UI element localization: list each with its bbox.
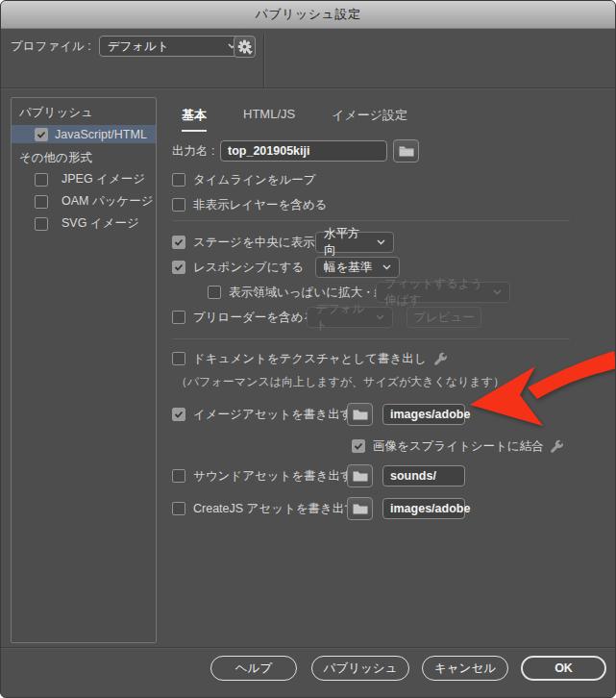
footer-divider <box>1 647 615 649</box>
basic-settings-pane: 基本 HTML/JS イメージ設定 出力名 : top_201905kiji タ… <box>172 97 605 643</box>
center-stage-row: ステージを中央に表示 水平方向 <box>172 232 605 253</box>
hidden-layers-label: 非表示レイヤーを含める <box>193 197 327 213</box>
preloader-label: プリローダーを含める <box>193 310 315 326</box>
createjs-assets-path-value: images/adobe <box>390 502 470 515</box>
image-assets-folder-button[interactable] <box>347 403 373 426</box>
profile-options-button[interactable] <box>234 36 256 58</box>
createjs-assets-path-input[interactable]: images/adobe <box>382 498 465 519</box>
center-stage-label: ステージを中央に表示 <box>193 235 314 251</box>
combine-spritesheet-row: 画像をスプライトシートに結合 <box>172 436 605 457</box>
sidebar-item-label: OAM パッケージ <box>62 193 154 210</box>
tab-basic[interactable]: 基本 <box>182 107 207 132</box>
sidebar-item-jpeg[interactable]: JPEG イメージ <box>12 170 156 188</box>
preloader-preview-button: プレビュー <box>407 307 481 328</box>
header-horizontal-divider <box>1 87 615 89</box>
chevron-down-icon <box>493 289 502 295</box>
export-texture-hint-row: （パフォーマンスは向上しますが、サイズが大きくなります） <box>172 371 505 392</box>
combine-spritesheet-label: 画像をスプライトシートに結合 <box>373 438 544 455</box>
sidebar-item-label: JavaScript/HTML <box>55 128 147 141</box>
export-createjs-assets-row: CreateJS アセットを書き出す : images/adobe <box>172 496 605 521</box>
checkbox-javascript-html[interactable] <box>35 128 48 141</box>
sound-assets-folder-button[interactable] <box>347 464 373 487</box>
createjs-assets-folder-button[interactable] <box>347 497 373 520</box>
sidebar-item-oam[interactable]: OAM パッケージ <box>12 192 156 211</box>
preloader-checkbox[interactable] <box>172 311 185 324</box>
title-bar[interactable]: パブリッシュ設定 <box>1 1 615 29</box>
center-stage-checkbox[interactable] <box>172 236 185 249</box>
responsive-checkbox[interactable] <box>172 261 185 274</box>
help-button-label: ヘルプ <box>235 661 272 677</box>
tab-image-settings[interactable]: イメージ設定 <box>332 107 407 132</box>
sidebar-item-label: SVG イメージ <box>62 215 139 232</box>
preloader-row: プリローダーを含める デフォルト プレビュー <box>172 307 605 328</box>
header-vertical-divider <box>263 34 265 87</box>
scale-to-fill-select-value: フィットするよう伸ばす <box>384 276 485 309</box>
sound-assets-path-input[interactable]: sounds/ <box>382 465 465 486</box>
export-sound-assets-row: サウンドアセットを書き出す : sounds/ <box>172 463 605 488</box>
sidebar-item-label: JPEG イメージ <box>62 171 145 187</box>
center-stage-select[interactable]: 水平方向 <box>315 232 394 253</box>
profile-select-value: デフォルト <box>108 38 169 55</box>
export-createjs-assets-checkbox[interactable] <box>172 502 185 515</box>
export-image-assets-row: イメージアセットを書き出す : images/adobe <box>172 402 605 427</box>
sound-assets-path-value: sounds/ <box>390 469 436 483</box>
wrench-icon[interactable] <box>433 352 448 366</box>
format-sidebar: パブリッシュ JavaScript/HTML その他の形式 JPEG イメージ … <box>11 97 157 643</box>
export-texture-checkbox[interactable] <box>172 352 185 365</box>
sidebar-item-javascript-html[interactable]: JavaScript/HTML <box>12 125 156 143</box>
checkbox-jpeg[interactable] <box>35 173 48 187</box>
output-name-value: top_201905kiji <box>228 144 309 158</box>
sidebar-publish-header: パブリッシュ <box>12 98 156 125</box>
checkbox-oam[interactable] <box>35 195 48 209</box>
image-assets-path-value: images/adobe <box>390 408 470 421</box>
combine-spritesheet-checkbox[interactable] <box>352 439 365 453</box>
sidebar-item-svg[interactable]: SVG イメージ <box>12 214 156 233</box>
image-assets-path-input[interactable]: images/adobe <box>382 404 465 425</box>
section-divider <box>172 338 570 339</box>
preview-button-label: プレビュー <box>413 310 475 326</box>
scale-to-fill-checkbox[interactable] <box>208 286 221 299</box>
folder-icon <box>353 470 368 482</box>
wrench-icon[interactable] <box>550 439 564 454</box>
loop-timeline-label: タイムラインをループ <box>193 172 316 188</box>
hidden-layers-row: 非表示レイヤーを含める <box>172 194 327 215</box>
responsive-select-value: 幅を基準 <box>324 260 372 276</box>
output-folder-button[interactable] <box>393 139 419 162</box>
sidebar-other-formats-header: その他の形式 <box>12 143 156 170</box>
scale-to-fill-label: 表示領域いっぱいに拡大・縮小 <box>229 285 398 301</box>
chevron-down-icon <box>376 314 384 320</box>
scale-to-fill-select: フィットするよう伸ばす <box>376 282 510 303</box>
profile-select[interactable]: デフォルト <box>99 36 245 57</box>
help-button[interactable]: ヘルプ <box>210 656 297 681</box>
loop-timeline-checkbox[interactable] <box>172 173 185 187</box>
loop-timeline-row: タイムラインをループ <box>172 169 316 190</box>
center-stage-select-value: 水平方向 <box>324 226 369 259</box>
folder-icon <box>399 145 414 157</box>
ok-button[interactable]: OK <box>521 656 606 681</box>
section-divider <box>172 220 570 221</box>
hidden-layers-checkbox[interactable] <box>172 198 185 212</box>
export-texture-label: ドキュメントをテクスチャとして書き出し <box>193 351 426 367</box>
dialog-title: パブリッシュ設定 <box>256 6 361 23</box>
publish-button-label: パブリッシュ <box>324 661 398 677</box>
publish-button[interactable]: パブリッシュ <box>311 656 409 681</box>
export-image-assets-checkbox[interactable] <box>172 408 185 421</box>
settings-tabs: 基本 HTML/JS イメージ設定 <box>182 107 407 132</box>
folder-icon <box>353 503 368 514</box>
folder-icon <box>353 409 368 420</box>
responsive-label: レスポンシブにする <box>193 260 304 276</box>
chevron-down-icon <box>382 264 391 270</box>
tab-html-js[interactable]: HTML/JS <box>243 107 295 132</box>
responsive-select[interactable]: 幅を基準 <box>315 257 400 278</box>
chevron-down-icon <box>377 239 385 245</box>
output-name-input[interactable]: top_201905kiji <box>220 140 387 162</box>
export-texture-row: ドキュメントをテクスチャとして書き出し <box>172 348 448 369</box>
cancel-button[interactable]: キャンセル <box>422 656 508 681</box>
checkbox-svg[interactable] <box>35 217 48 231</box>
export-sound-assets-checkbox[interactable] <box>172 469 185 483</box>
export-sound-assets-label: サウンドアセットを書き出す : <box>193 468 359 485</box>
scale-to-fill-row: 表示領域いっぱいに拡大・縮小 フィットするよう伸ばす <box>172 282 605 303</box>
preloader-select: デフォルト <box>307 307 393 328</box>
caret-down-icon <box>247 51 253 55</box>
cancel-button-label: キャンセル <box>434 661 496 677</box>
